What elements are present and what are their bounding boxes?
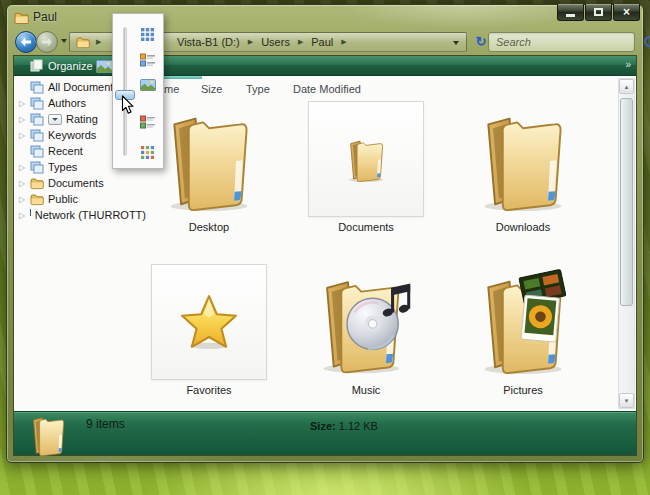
folder-view: Name Size Type Date Modified All Documen… bbox=[14, 76, 636, 411]
small-icons-list-icon[interactable] bbox=[140, 53, 157, 70]
folder-icon bbox=[471, 105, 575, 213]
breadcrumb-segment-paul[interactable]: Paul bbox=[308, 36, 336, 48]
folder-icon bbox=[30, 193, 44, 206]
sidebar-item-label: Recent bbox=[48, 145, 83, 157]
expander-icon[interactable]: ▷ bbox=[18, 115, 26, 124]
scroll-up-icon: ▲ bbox=[624, 84, 630, 90]
recent-pages-caret-icon[interactable] bbox=[61, 39, 67, 43]
minimize-icon bbox=[566, 14, 575, 17]
forward-button[interactable] bbox=[36, 31, 58, 53]
pictures-folder-icon bbox=[471, 268, 575, 376]
breadcrumb-folder-icon bbox=[76, 36, 90, 51]
file-item-desktop[interactable]: Desktop bbox=[149, 100, 269, 233]
thumbnail-frame bbox=[151, 264, 267, 380]
expander-icon[interactable]: ▷ bbox=[18, 211, 26, 220]
sidebar-item-label: Rating bbox=[66, 113, 98, 125]
thumbnail-frame bbox=[308, 101, 424, 217]
folder-icon bbox=[157, 105, 261, 213]
star-icon bbox=[180, 293, 238, 351]
column-header-type[interactable]: Type bbox=[246, 83, 270, 95]
network-icon bbox=[30, 209, 31, 222]
back-button[interactable] bbox=[15, 31, 37, 53]
details-pane: 9 items Size: 1.12 KB bbox=[14, 411, 636, 455]
file-item-label: Favorites bbox=[149, 384, 269, 396]
search-input[interactable] bbox=[489, 36, 643, 48]
scroll-down-button[interactable]: ▼ bbox=[619, 393, 634, 408]
address-dropdown-caret-icon[interactable] bbox=[453, 41, 459, 45]
close-button[interactable]: × bbox=[613, 4, 640, 21]
views-picture-icon bbox=[96, 60, 113, 73]
window-title: Paul bbox=[33, 10, 57, 24]
file-item-pictures[interactable]: Pictures bbox=[463, 263, 583, 396]
item-count: 9 items bbox=[86, 417, 125, 431]
desktop-wallpaper: { "window": { "title": "Paul" }, "breadc… bbox=[0, 0, 650, 495]
file-item-label: Pictures bbox=[463, 384, 583, 396]
folder-icon bbox=[30, 177, 44, 190]
selection-folder-icon bbox=[26, 412, 70, 461]
expander-icon[interactable]: ▷ bbox=[18, 131, 26, 140]
organize-label: Organize bbox=[48, 60, 93, 72]
crumb-separator-icon: ▶ bbox=[336, 38, 351, 46]
file-item-label: Documents bbox=[306, 221, 426, 233]
file-item-music[interactable]: Music bbox=[306, 263, 426, 396]
sidebar-item-label: All Documents bbox=[48, 81, 119, 93]
saved-search-icon bbox=[30, 81, 44, 94]
crumb-separator-icon: ▶ bbox=[243, 38, 258, 46]
breadcrumb-segment-users[interactable]: Users bbox=[258, 36, 293, 48]
rating-dropdown-button[interactable] bbox=[48, 114, 62, 125]
size-label: Size: bbox=[310, 420, 336, 432]
views-slider-popup bbox=[112, 13, 164, 169]
size-readout: Size: 1.12 KB bbox=[310, 420, 378, 432]
sidebar-item-label: Authors bbox=[48, 97, 86, 109]
toolbar-overflow-chevron[interactable]: » bbox=[625, 59, 631, 70]
crumb-separator-icon: ▶ bbox=[293, 38, 308, 46]
sidebar-item-network[interactable]: ▷ Network (THURROTT) bbox=[16, 207, 146, 223]
close-icon: × bbox=[623, 6, 630, 18]
tiles-icon[interactable] bbox=[140, 115, 157, 132]
saved-search-icon bbox=[30, 145, 44, 158]
saved-search-icon bbox=[30, 161, 44, 174]
organize-pages-icon bbox=[30, 59, 43, 72]
crumb-separator-icon: ▶ bbox=[96, 38, 101, 46]
sidebar-item-documents[interactable]: ▷ Documents bbox=[16, 175, 146, 191]
scroll-down-icon: ▼ bbox=[624, 398, 630, 404]
sidebar-item-label: Types bbox=[48, 161, 77, 173]
sidebar-item-label: Public bbox=[48, 193, 78, 205]
organize-button[interactable]: Organize bbox=[30, 59, 104, 72]
client-area: Organize » Name Size Type Date Modified bbox=[13, 55, 637, 456]
title-bar[interactable]: Paul × bbox=[7, 5, 643, 29]
address-bar: ▶ Vista-B1 (D:) ▶ Users ▶ Paul ▶ ↻ bbox=[7, 29, 643, 55]
saved-search-icon bbox=[30, 129, 44, 142]
file-item-downloads[interactable]: Downloads bbox=[463, 100, 583, 233]
column-header-size[interactable]: Size bbox=[201, 83, 222, 95]
scroll-up-button[interactable]: ▲ bbox=[619, 79, 634, 94]
sidebar-item-label: Documents bbox=[48, 177, 104, 189]
saved-search-icon bbox=[30, 113, 44, 126]
views-button[interactable] bbox=[96, 59, 113, 77]
column-header-date-modified[interactable]: Date Modified bbox=[293, 83, 361, 95]
back-arrow-icon bbox=[20, 37, 32, 47]
expander-icon[interactable]: ▷ bbox=[18, 179, 26, 188]
file-item-label: Desktop bbox=[149, 221, 269, 233]
expander-icon[interactable]: ▷ bbox=[18, 99, 26, 108]
expander-icon[interactable]: ▷ bbox=[18, 195, 26, 204]
file-item-favorites[interactable]: Favorites bbox=[149, 263, 269, 396]
maximize-button[interactable] bbox=[585, 4, 612, 21]
search-box bbox=[488, 32, 635, 52]
minimize-button[interactable] bbox=[557, 4, 584, 21]
large-icons-grid-icon[interactable] bbox=[140, 27, 157, 44]
breadcrumb-segment-drive[interactable]: Vista-B1 (D:) bbox=[174, 36, 243, 48]
maximize-icon bbox=[594, 8, 603, 16]
sidebar-item-public[interactable]: ▷ Public bbox=[16, 191, 146, 207]
window-folder-icon bbox=[14, 11, 29, 29]
details-grid-icon[interactable] bbox=[140, 145, 157, 162]
expander-icon[interactable]: ▷ bbox=[18, 163, 26, 172]
file-item-label: Music bbox=[306, 384, 426, 396]
vertical-scrollbar[interactable]: ▲ ▼ bbox=[618, 78, 635, 409]
scrollbar-thumb[interactable] bbox=[620, 98, 633, 306]
mouse-cursor bbox=[121, 95, 135, 119]
file-item-documents[interactable]: Documents bbox=[306, 100, 426, 233]
medium-icons-picture-icon[interactable] bbox=[140, 77, 157, 94]
music-folder-icon bbox=[310, 268, 422, 376]
explorer-window: Paul × ▶ Vista-B1 (D:) ▶ Users bbox=[6, 4, 644, 463]
